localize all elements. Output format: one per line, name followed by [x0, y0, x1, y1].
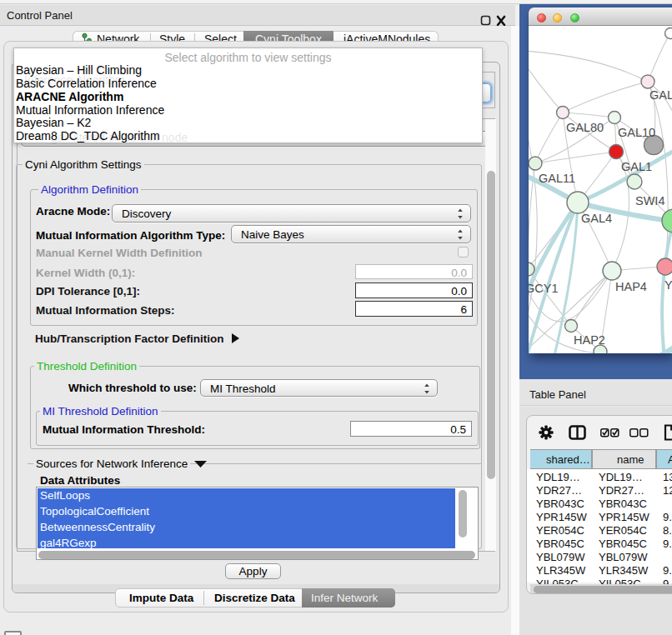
svg-text:SWI4: SWI4: [635, 194, 664, 208]
svg-text:GAL10: GAL10: [618, 126, 655, 139]
svg-text:Y: Y: [664, 278, 672, 292]
svg-text:HAP2: HAP2: [574, 333, 605, 347]
svg-text:GCY1: GCY1: [529, 282, 559, 295]
svg-text:GAL4: GAL4: [581, 212, 612, 225]
svg-text:GAL80: GAL80: [566, 121, 604, 134]
svg-text:GAL11: GAL11: [539, 172, 575, 185]
svg-text:GAL1: GAL1: [621, 160, 652, 173]
svg-text:GAL2: GAL2: [649, 88, 672, 102]
svg-text:HAP4: HAP4: [615, 280, 647, 293]
